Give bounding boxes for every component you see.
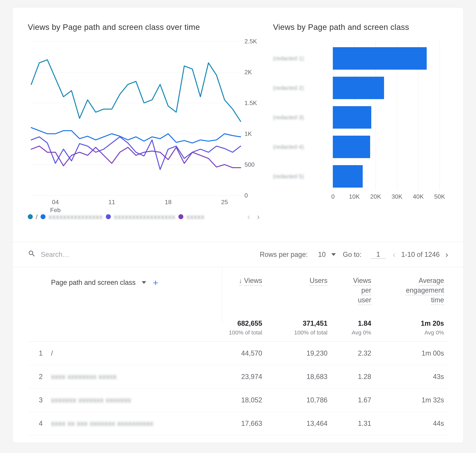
bar-label: (redacted 1) [273,55,328,62]
bar-row: (redacted 3) [273,106,448,129]
bar-x-tick: 10K [349,193,360,200]
line-series [31,146,241,168]
line-chart-legend: /xxxxxxxxxxxxxxxxxxxxxxxxxxxxxxxxxxxxx ‹… [28,212,260,221]
table-row[interactable]: 1/44,57019,2302.321m 00s [28,342,448,365]
rows-per-page-value: 10 [318,251,325,259]
bar-label: (redacted 2) [273,84,328,92]
legend-label[interactable]: xxxxx [186,213,204,220]
goto-label: Go to: [343,251,361,259]
data-table-wrap: Page path and screen class ＋ ↓Views User… [28,267,448,443]
table-row[interactable]: 3xxxxxxx xxxxxxx xxxxxxx18,05210,7861.67… [28,389,448,412]
y-tick: 2.5K [245,38,257,45]
bar-x-tick: 0 [331,193,335,200]
goto-input[interactable] [371,250,386,259]
bar-chart-panel: Views by Page path and screen class 010K… [273,23,448,221]
bar-chart-title: Views by Page path and screen class [273,23,448,32]
col-avg-engagement[interactable]: Averageengagementtime [375,267,448,310]
line-series [31,128,241,143]
legend-dot [106,214,111,219]
bar-label: (redacted 5) [273,173,328,180]
legend-prev-icon[interactable]: ‹ [247,212,250,221]
line-series [31,60,241,121]
page-next-icon[interactable]: › [445,250,448,259]
rows-per-page[interactable]: Rows per page: 10 [260,251,336,259]
bar-x-tick: 50K [434,193,445,200]
total-views: 682,655100% of total [201,310,266,342]
bar [333,47,427,70]
bar [333,165,363,188]
bar [333,106,371,129]
y-tick: 500 [245,161,255,168]
legend-dot [41,214,45,219]
x-tick: 25 [221,198,228,206]
y-tick: 0 [245,192,248,199]
table-row[interactable]: 4xxxx xx xxx xxxxxxx xxxxxxxxxx17,66313,… [28,412,448,435]
bar-x-tick: 20K [370,193,381,200]
legend-label[interactable]: / [36,213,37,220]
y-tick: 2K [245,69,252,76]
col-views-per-user[interactable]: Viewsperuser [332,267,375,310]
legend-label[interactable]: xxxxxxxxxxxxxxx [49,213,103,220]
legend-next-icon[interactable]: › [257,212,260,221]
bar-row: (redacted 1) [273,47,448,70]
bar-chart: 010K20K30K40K50K(redacted 1)(redacted 2)… [273,41,448,195]
bar [333,77,384,99]
dimension-label[interactable]: Page path and screen class [51,278,136,287]
add-dimension-icon[interactable]: ＋ [151,277,160,288]
table-row[interactable]: 2xxxx xxxxxxxx xxxxx23,97418,6831.2843s [28,365,448,389]
legend-dot [178,214,183,219]
col-views[interactable]: ↓Views [201,267,266,310]
sort-desc-icon: ↓ [239,277,242,285]
table-toolbar: Rows per page: 10 Go to: ‹ 1-10 of 1246 … [28,242,448,267]
col-users[interactable]: Users [266,267,332,310]
table-row[interactable]: 5xxxxx xxxxxx xxxx xxxx14,4389,7331.481m… [28,435,448,443]
bar-label: (redacted 3) [273,114,328,121]
bar-x-tick: 30K [392,193,403,200]
x-tick: 11 [108,198,115,206]
total-vpu: 1.84Avg 0% [332,310,375,342]
bar-row: (redacted 5) [273,165,448,188]
line-chart: 05001K1.5K2K2.5K04Feb111825 [31,41,260,195]
total-users: 371,451100% of total [266,310,332,342]
bar-row: (redacted 4) [273,135,448,158]
page-prev-icon[interactable]: ‹ [393,250,396,259]
search-input[interactable] [41,251,117,259]
line-chart-panel: Views by Page path and screen class over… [28,23,260,221]
y-tick: 1K [245,130,252,137]
dimension-caret-icon[interactable] [142,281,146,284]
search-icon [28,250,36,259]
total-aet: 1m 20sAvg 0% [375,310,448,342]
page-range: 1-10 of 1246 [401,251,440,259]
bar-x-tick: 40K [413,193,424,200]
rows-per-page-label: Rows per page: [260,251,308,259]
legend-pager: ‹ › [247,212,260,221]
bar-row: (redacted 2) [273,77,448,99]
y-tick: 1.5K [245,99,257,106]
x-tick: 04Feb [50,198,61,214]
line-chart-title: Views by Page path and screen class over… [28,23,260,32]
legend-label[interactable]: xxxxxxxxxxxxxxxxx [114,213,175,220]
data-table: Page path and screen class ＋ ↓Views User… [28,267,448,443]
bar-label: (redacted 4) [273,143,328,150]
bar [333,136,370,158]
x-tick: 18 [165,198,172,206]
analytics-card: Views by Page path and screen class over… [12,7,464,443]
legend-dot [28,214,33,219]
caret-down-icon [331,253,336,256]
